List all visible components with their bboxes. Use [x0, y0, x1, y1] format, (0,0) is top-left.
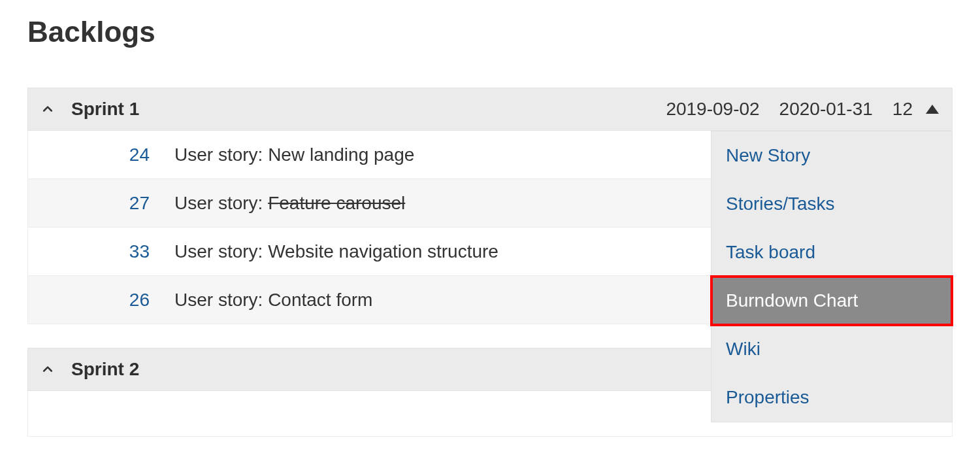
story-prefix: User story: [174, 290, 268, 311]
sprint-1-points: 12 [892, 99, 913, 120]
sprint-1-header: Sprint 1 2019-09-02 2020-01-31 12 [27, 88, 953, 131]
story-title[interactable]: User story: Website navigation structure [174, 241, 498, 262]
story-prefix: User story: [174, 193, 268, 214]
story-id[interactable]: 27 [84, 193, 150, 214]
story-title[interactable]: User story: Contact form [174, 290, 372, 311]
menu-new-story[interactable]: New Story [711, 131, 952, 180]
sprint-1-name[interactable]: Sprint 1 [71, 99, 666, 120]
menu-burndown-chart[interactable]: Burndown Chart [711, 277, 952, 325]
story-body: New landing page [268, 144, 414, 165]
page-title: Backlogs [27, 16, 953, 48]
menu-properties[interactable]: Properties [711, 373, 952, 422]
story-title[interactable]: User story: New landing page [174, 144, 414, 165]
menu-task-board[interactable]: Task board [711, 228, 952, 277]
sprint-1-end-date: 2020-01-31 [779, 99, 873, 120]
story-body: Feature carousel [268, 193, 405, 214]
sprint-1-start-date: 2019-09-02 [666, 99, 759, 120]
story-prefix: User story: [174, 241, 268, 262]
story-prefix: User story: [174, 144, 268, 165]
menu-stories-tasks[interactable]: Stories/Tasks [711, 180, 952, 228]
story-id[interactable]: 26 [84, 290, 150, 311]
menu-wiki[interactable]: Wiki [711, 325, 952, 373]
story-id[interactable]: 24 [84, 144, 150, 165]
sprint-1-menu-trigger-icon[interactable] [926, 105, 939, 114]
story-body: Contact form [268, 290, 372, 311]
sprint-1-block: Sprint 1 2019-09-02 2020-01-31 12 24 Use… [27, 88, 953, 324]
sprint-2-collapse-icon[interactable] [37, 363, 58, 376]
sprint-1-dropdown-menu: New Story Stories/Tasks Task board Burnd… [711, 131, 953, 422]
story-title[interactable]: User story: Feature carousel [174, 193, 405, 214]
story-id[interactable]: 33 [84, 241, 150, 262]
story-body: Website navigation structure [268, 241, 498, 262]
sprint-1-collapse-icon[interactable] [37, 103, 58, 116]
